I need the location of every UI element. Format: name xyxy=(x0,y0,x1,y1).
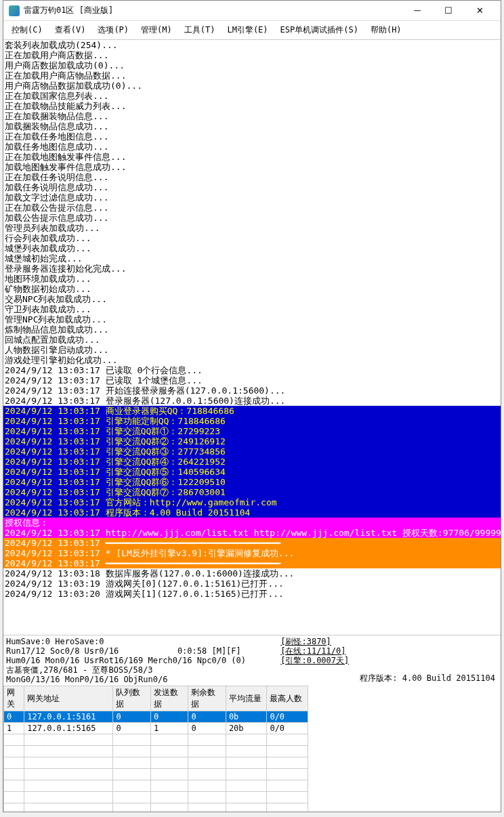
table-cell: 0b xyxy=(226,711,267,723)
log-line: 2024/9/12 13:03:17 引擎交流QQ群③：277734856 xyxy=(3,446,501,457)
table-cell: 0 xyxy=(4,711,24,723)
table-cell: 127.0.0.1:5165 xyxy=(24,723,113,734)
table-cell: 0/0 xyxy=(267,723,308,734)
table-cell: 127.0.0.1:5161 xyxy=(24,711,113,723)
log-line: 2024/9/12 13:03:17 引擎功能定制QQ：718846686 xyxy=(3,416,501,426)
log-line: 2024/9/12 13:03:19 游戏网关[0](127.0.0.1:516… xyxy=(3,579,501,589)
table-header[interactable]: 平均流量 xyxy=(226,686,267,711)
menu-item[interactable]: ESP单机调试插件(S) xyxy=(275,22,364,38)
table-header[interactable]: 队列数据 xyxy=(113,686,150,711)
table-header[interactable]: 网关 xyxy=(4,686,24,711)
log-line: 2024/9/12 13:03:17 http://www.jjj.com/li… xyxy=(3,528,501,538)
status-time: 0:0:58 [M][F] xyxy=(177,646,241,656)
status-engine: [引擎:0.0007天] xyxy=(280,656,349,665)
menu-item[interactable]: 管理(M) xyxy=(135,22,177,38)
log-line: 城堡列表加载成功... xyxy=(3,243,501,253)
log-line: 2024/9/12 13:03:18 数据库服务器(127.0.0.1:6000… xyxy=(3,568,501,579)
status-bar: HumSave:0 HeroSave:0 Run17/12 Soc0/8 Usr… xyxy=(3,635,501,686)
log-line: 2024/9/12 13:03:17 * [LM反外挂引擎v3.9]:引擎漏洞修… xyxy=(3,548,501,558)
log-line: 管理NPC列表加载成功... xyxy=(3,314,501,324)
close-button[interactable]: ✕ xyxy=(464,1,495,21)
log-line: 加载任务地图信息成功... xyxy=(3,142,501,152)
log-line: 2024/9/12 13:03:17 引擎交流QQ群⑦：286703001 xyxy=(3,487,501,497)
log-line: 交易NPC列表加载成功... xyxy=(3,294,501,304)
log-line: 正在加载公告提示信息... xyxy=(3,203,501,213)
log-line: 城堡城初始完成... xyxy=(3,253,501,264)
log-line: 加载捆装物品信息成功... xyxy=(3,121,501,131)
table-cell: 0 xyxy=(113,723,150,734)
menu-item[interactable]: 控制(C) xyxy=(6,22,48,38)
log-line: 用户商店数据加载成功(0)... xyxy=(3,60,501,70)
log-line: 回城点配置加载成功... xyxy=(3,335,501,345)
log-line: 正在加载用户商店物品数据... xyxy=(3,70,501,81)
table-row[interactable] xyxy=(4,769,308,780)
gateway-table[interactable]: 网关网关地址队列数据发送数据剩余数据平均流量最高人数 0127.0.0.1:51… xyxy=(3,686,308,812)
status-spawn: [刷怪:3870] xyxy=(280,637,349,646)
log-line: 炼制物品信息加载成功... xyxy=(3,324,501,335)
log-line: 管理员列表加载成功... xyxy=(3,223,501,233)
log-line: 2024/9/12 13:03:17 引擎交流QQ群⑥：122209510 xyxy=(3,477,501,487)
log-line: 行会列表加载成功... xyxy=(3,233,501,243)
log-line: 矿物数据初始成功... xyxy=(3,284,501,294)
log-line: 加载任务说明信息成功... xyxy=(3,182,501,192)
log-line: 2024/9/12 13:03:17 引擎交流QQ群④：264221952 xyxy=(3,457,501,467)
status-online: [在线:11/11/0] xyxy=(280,646,349,656)
table-row[interactable] xyxy=(4,792,308,803)
log-line: 2024/9/12 13:03:17 ━━━━━━━━━━━━━━━━━━━━━… xyxy=(3,558,501,568)
log-line: 2024/9/12 13:03:17 已读取 0个行会信息... xyxy=(3,365,501,375)
log-line: 登录服务器连接初始化完成... xyxy=(3,264,501,274)
status-mong: MonG0/13/16 MonP0/16/16 ObjRun0/6 xyxy=(6,675,272,684)
log-line: 正在加载物品技能威力列表... xyxy=(3,101,501,111)
table-row[interactable] xyxy=(4,780,308,792)
table-row[interactable]: 1127.0.0.1:516501020b0/0 xyxy=(4,723,308,734)
log-line: 加载文字过滤信息成功... xyxy=(3,192,501,203)
table-header[interactable]: 网关地址 xyxy=(24,686,113,711)
log-line: 正在加载地图触发事件信息... xyxy=(3,152,501,162)
log-line: 游戏处理引擎初始化成功... xyxy=(3,355,501,365)
status-humsave: HumSave:0 HeroSave:0 xyxy=(6,637,272,646)
log-line: 授权信息： xyxy=(3,518,501,528)
table-header[interactable]: 发送数据 xyxy=(150,686,188,711)
menu-item[interactable]: 帮助(H) xyxy=(365,22,407,38)
table-row[interactable] xyxy=(4,746,308,757)
log-line: 守卫列表加载成功... xyxy=(3,304,501,314)
table-row[interactable] xyxy=(4,757,308,769)
log-line: 2024/9/12 13:03:17 登录服务器(127.0.0.1:5600)… xyxy=(3,396,501,406)
menu-item[interactable]: 查看(V) xyxy=(49,22,91,38)
titlebar[interactable]: 雷霆万钧01区 [商业版] ─ ☐ ✕ xyxy=(3,1,501,21)
table-header[interactable]: 剩余数据 xyxy=(188,686,226,711)
log-line: 正在加载任务说明信息... xyxy=(3,172,501,182)
log-area[interactable]: 套装列表加载成功(254)...正在加载用户商店数据...用户商店数据加载成功(… xyxy=(3,40,501,635)
table-cell: 0/0 xyxy=(267,711,308,723)
log-line: 2024/9/12 13:03:17 官方网站：http://www.gameo… xyxy=(3,497,501,507)
log-line: 2024/9/12 13:03:17 引擎交流QQ群②：249126912 xyxy=(3,436,501,446)
table-cell: 1 xyxy=(4,723,24,734)
app-icon xyxy=(9,5,20,16)
table-header[interactable]: 最高人数 xyxy=(267,686,308,711)
minimize-button[interactable]: ─ xyxy=(402,1,433,21)
table-row[interactable] xyxy=(4,734,308,746)
log-line: 2024/9/12 13:03:17 开始连接登录服务器(127.0.0.1:5… xyxy=(3,385,501,396)
log-line: 2024/9/12 13:03:17 商业登录器购买QQ：718846686 xyxy=(3,406,501,416)
status-map: 古墓丧僵,278/681 - 至尊BOSS/58/3 xyxy=(6,665,272,675)
maximize-button[interactable]: ☐ xyxy=(433,1,464,21)
table-cell: 0 xyxy=(113,711,150,723)
log-line: 套装列表加载成功(254)... xyxy=(3,40,501,50)
menubar: 控制(C)查看(V)选项(P)管理(M)工具(T)LM引擎(E)ESP单机调试插… xyxy=(3,21,501,40)
log-line: 用户商店物品数据加载成功(0)... xyxy=(3,81,501,91)
log-line: 正在加载捆装物品信息... xyxy=(3,111,501,121)
status-hum: Hum0/16 Mon0/16 UsrRot16/169 Merch0/16 N… xyxy=(6,656,272,665)
menu-item[interactable]: 选项(P) xyxy=(92,22,134,38)
log-line: 2024/9/12 13:03:17 引擎交流QQ群①：27299223 xyxy=(3,426,501,436)
menu-item[interactable]: LM引擎(E) xyxy=(222,22,273,38)
table-row[interactable]: 0127.0.0.1:51610000b0/0 xyxy=(4,711,308,723)
table-cell: 0 xyxy=(188,711,226,723)
menu-item[interactable]: 工具(T) xyxy=(179,22,221,38)
log-line: 正在加载国家信息列表... xyxy=(3,91,501,101)
log-line: 2024/9/12 13:03:17 已读取 1个城堡信息... xyxy=(3,375,501,385)
table-cell: 0 xyxy=(188,723,226,734)
gateway-table-wrap[interactable]: 网关网关地址队列数据发送数据剩余数据平均流量最高人数 0127.0.0.1:51… xyxy=(3,686,501,812)
table-row[interactable] xyxy=(4,803,308,812)
status-version: 程序版本: 4.00 Build 20151104 xyxy=(354,671,501,686)
log-line: 地图环境加载成功... xyxy=(3,274,501,284)
